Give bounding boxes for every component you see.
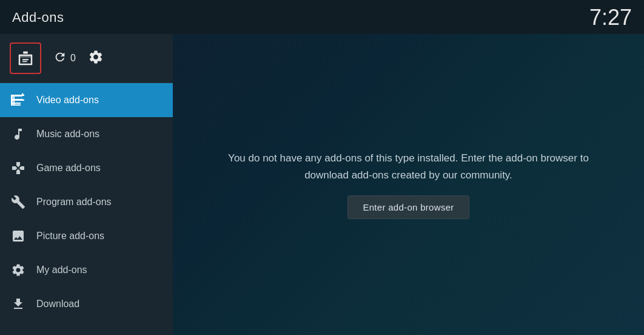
addon-box-icon[interactable] (10, 42, 41, 74)
clock: 7:27 (589, 5, 632, 30)
enter-addon-browser-button[interactable]: Enter add-on browser (347, 195, 469, 219)
sidebar-item-video-addons[interactable]: Video add-ons (0, 83, 173, 117)
picture-icon (10, 228, 27, 245)
content-area: You do not have any add-ons of this type… (173, 34, 644, 335)
sidebar-item-my-addons[interactable]: My add-ons (0, 253, 173, 287)
sidebar-nav: Video add-ons Music add-ons Game add-ons (0, 83, 173, 335)
svg-rect-0 (20, 56, 31, 58)
download-icon (10, 296, 27, 313)
refresh-icon[interactable] (53, 50, 67, 66)
game-icon (10, 160, 27, 177)
sidebar-item-music-addons[interactable]: Music add-ons (0, 117, 173, 151)
sidebar-item-game-addons-label: Game add-ons (36, 163, 101, 174)
sidebar-item-download[interactable]: Download (0, 287, 173, 321)
sidebar-item-game-addons[interactable]: Game add-ons (0, 151, 173, 185)
refresh-count: 0 (70, 53, 76, 64)
refresh-group: 0 (53, 50, 76, 66)
sidebar: 0 Video add-ons Music (0, 34, 173, 335)
sidebar-item-program-addons[interactable]: Program add-ons (0, 185, 173, 219)
sidebar-item-download-label: Download (36, 299, 79, 310)
sidebar-toolbar: 0 (0, 34, 173, 83)
settings-icon[interactable] (88, 49, 104, 67)
page-title: Add-ons (12, 10, 64, 25)
video-icon (10, 92, 27, 109)
header: Add-ons 7:27 (0, 0, 644, 34)
sidebar-item-picture-addons-label: Picture add-ons (36, 231, 104, 242)
sidebar-item-picture-addons[interactable]: Picture add-ons (0, 219, 173, 253)
sidebar-item-my-addons-label: My add-ons (36, 265, 87, 276)
sidebar-item-program-addons-label: Program add-ons (36, 197, 112, 208)
music-icon (10, 126, 27, 143)
program-icon (10, 194, 27, 211)
sidebar-item-music-addons-label: Music add-ons (36, 129, 99, 140)
sidebar-item-video-addons-label: Video add-ons (36, 95, 99, 106)
myaddon-icon (10, 262, 27, 279)
main-layout: 0 Video add-ons Music (0, 34, 644, 335)
empty-message: You do not have any add-ons of this type… (228, 150, 589, 183)
